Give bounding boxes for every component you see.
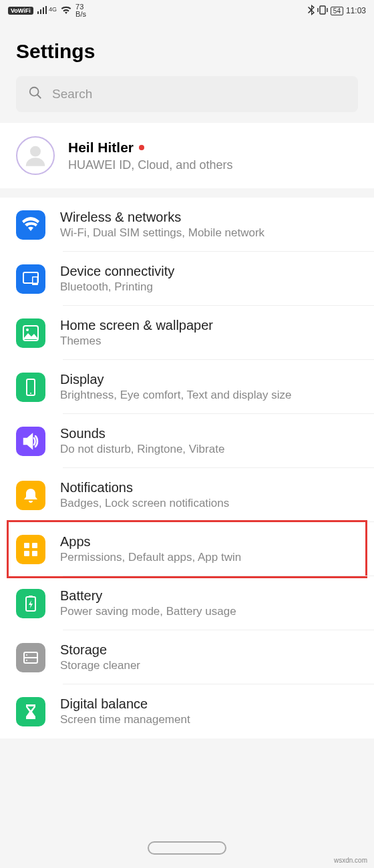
svg-rect-16: [29, 596, 33, 598]
item-text: Battery Power saving mode, Battery usage: [60, 588, 358, 618]
bluetooth-icon: [308, 5, 315, 17]
item-subtitle: Storage cleaner: [60, 659, 358, 672]
svg-rect-11: [24, 543, 29, 548]
item-title: Notifications: [60, 480, 358, 495]
item-text: Sounds Do not disturb, Ringtone, Vibrate: [60, 426, 358, 456]
status-left: VoWiFi 4G 73B/s: [8, 3, 86, 18]
item-subtitle: Bluetooth, Printing: [60, 280, 358, 294]
profile-text: Heil Hitler HUAWEI ID, Cloud, and others: [68, 140, 358, 172]
item-title: Apps: [60, 534, 358, 550]
profile-name: Heil Hitler: [68, 140, 358, 156]
svg-rect-6: [33, 277, 37, 282]
item-subtitle: Wi-Fi, Dual SIM settings, Mobile network: [60, 226, 358, 240]
wifi-icon: [16, 210, 45, 240]
item-text: Notifications Badges, Lock screen notifi…: [60, 480, 358, 510]
item-title: Home screen & wallpaper: [60, 318, 358, 333]
svg-point-3: [30, 146, 41, 157]
item-title: Sounds: [60, 426, 358, 441]
avatar: [16, 136, 55, 175]
vibrate-icon: [317, 5, 328, 17]
speed-indicator: 73B/s: [75, 3, 86, 18]
item-text: Display Brightness, Eye comfort, Text an…: [60, 372, 358, 402]
phone-icon: [16, 373, 45, 402]
settings-item-grid[interactable]: Apps Permissions, Default apps, App twin: [0, 522, 374, 576]
nav-bar: [0, 841, 374, 855]
battery-icon: [16, 589, 45, 618]
settings-item-phone[interactable]: Display Brightness, Eye comfort, Text an…: [0, 360, 374, 414]
item-subtitle: Badges, Lock screen notifications: [60, 497, 358, 510]
item-text: Storage Storage cleaner: [60, 642, 358, 672]
svg-rect-12: [32, 543, 37, 548]
item-text: Device connectivity Bluetooth, Printing: [60, 264, 358, 294]
svg-rect-0: [320, 6, 325, 14]
search-input[interactable]: Search: [16, 76, 358, 112]
notification-dot-icon: [139, 145, 144, 150]
item-text: Wireless & networks Wi-Fi, Dual SIM sett…: [60, 210, 358, 240]
hourglass-icon: [16, 697, 45, 726]
settings-item-devices[interactable]: Device connectivity Bluetooth, Printing: [0, 252, 374, 306]
item-title: Device connectivity: [60, 264, 358, 279]
bell-icon: [16, 481, 45, 510]
svg-point-8: [26, 329, 29, 331]
svg-rect-13: [24, 551, 29, 556]
status-bar: VoWiFi 4G 73B/s 54 11:03: [0, 0, 374, 21]
svg-point-19: [26, 654, 27, 656]
item-subtitle: Screen time management: [60, 713, 358, 726]
image-icon: [16, 318, 45, 348]
nav-pill-icon[interactable]: [148, 841, 226, 855]
item-text: Home screen & wallpaper Themes: [60, 318, 358, 348]
settings-item-bell[interactable]: Notifications Badges, Lock screen notifi…: [0, 468, 374, 522]
svg-line-2: [37, 95, 41, 99]
settings-item-wifi[interactable]: Wireless & networks Wi-Fi, Dual SIM sett…: [0, 198, 374, 252]
svg-point-10: [30, 393, 31, 394]
item-subtitle: Power saving mode, Battery usage: [60, 605, 358, 618]
svg-point-1: [30, 87, 39, 96]
item-subtitle: Brightness, Eye comfort, Text and displa…: [60, 389, 358, 402]
signal-icon: 4G: [37, 6, 57, 16]
item-text: Digital balance Screen time management: [60, 696, 358, 726]
profile-subtitle: HUAWEI ID, Cloud, and others: [68, 158, 358, 172]
item-title: Wireless & networks: [60, 210, 358, 225]
storage-icon: [16, 643, 45, 672]
search-placeholder: Search: [52, 87, 92, 101]
search-icon: [28, 85, 43, 103]
svg-point-20: [26, 660, 27, 661]
item-subtitle: Themes: [60, 335, 358, 348]
sound-icon: [16, 427, 45, 456]
item-subtitle: Permissions, Default apps, App twin: [60, 551, 358, 564]
svg-rect-14: [32, 551, 37, 556]
settings-item-storage[interactable]: Storage Storage cleaner: [0, 630, 374, 684]
item-title: Digital balance: [60, 696, 358, 712]
wifi-status-icon: [61, 6, 71, 16]
time-label: 11:03: [346, 6, 366, 15]
grid-icon: [16, 535, 45, 564]
item-text: Apps Permissions, Default apps, App twin: [60, 534, 358, 564]
item-subtitle: Do not disturb, Ringtone, Vibrate: [60, 443, 358, 456]
page-title: Settings: [0, 21, 374, 76]
settings-item-battery[interactable]: Battery Power saving mode, Battery usage: [0, 576, 374, 630]
settings-item-hourglass[interactable]: Digital balance Screen time management: [0, 684, 374, 738]
status-right: 54 11:03: [308, 5, 366, 17]
vowifi-badge: VoWiFi: [8, 7, 33, 15]
watermark: wsxdn.com: [334, 857, 367, 864]
settings-item-sound[interactable]: Sounds Do not disturb, Ringtone, Vibrate: [0, 414, 374, 468]
devices-icon: [16, 264, 45, 294]
battery-indicator: 54: [331, 7, 343, 15]
settings-item-image[interactable]: Home screen & wallpaper Themes: [0, 306, 374, 360]
settings-list: Wireless & networks Wi-Fi, Dual SIM sett…: [0, 198, 374, 738]
item-title: Battery: [60, 588, 358, 604]
item-title: Display: [60, 372, 358, 387]
item-title: Storage: [60, 642, 358, 658]
profile-row[interactable]: Heil Hitler HUAWEI ID, Cloud, and others: [0, 123, 374, 188]
